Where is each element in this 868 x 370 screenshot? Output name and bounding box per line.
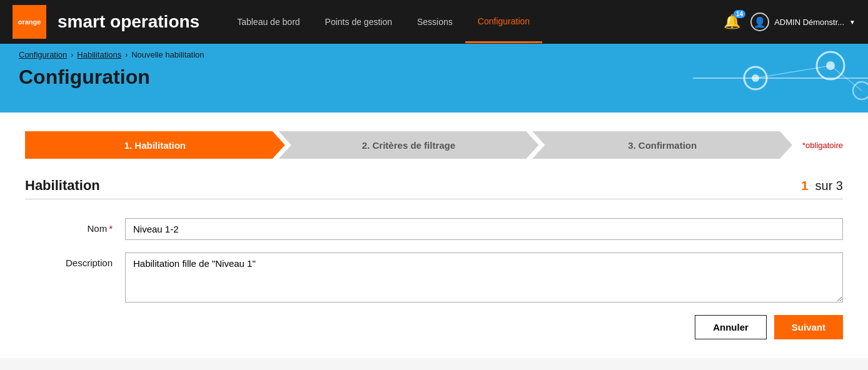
step-1-label: 1. Habilitation <box>25 131 285 159</box>
progress-text: sur 3 <box>815 179 843 192</box>
breadcrumb-habilitations[interactable]: Habilitations <box>77 50 121 59</box>
suivant-button[interactable]: Suivant <box>774 315 843 339</box>
page-header: Configuration › Habilitations › Nouvelle… <box>0 44 868 112</box>
step-3-label: 3. Confirmation <box>532 131 792 159</box>
footer-buttons: Annuler Suivant <box>25 315 843 339</box>
nav-points-de-gestion[interactable]: Points de gestion <box>313 2 405 42</box>
nav-configuration[interactable]: Configuration <box>465 1 542 43</box>
annuler-button[interactable]: Annuler <box>695 315 767 339</box>
progress-num: 1 <box>801 179 808 192</box>
nom-required-star: * <box>109 223 113 234</box>
description-label: Description <box>25 252 125 268</box>
nav-sessions[interactable]: Sessions <box>405 2 465 42</box>
nom-label: Nom* <box>25 218 125 234</box>
breadcrumb-sep-1: › <box>71 51 73 59</box>
main-content: 1. Habilitation 2. Critères de filtrage … <box>0 112 868 358</box>
step-1: 1. Habilitation <box>25 131 285 159</box>
user-menu[interactable]: 👤 ADMIN Démonstr... ▼ <box>750 12 855 31</box>
app-title: smart operations <box>58 12 199 32</box>
nom-input[interactable] <box>125 218 843 240</box>
breadcrumb: Configuration › Habilitations › Nouvelle… <box>19 50 849 59</box>
logo-text: orange <box>18 18 41 26</box>
dropdown-arrow-icon: ▼ <box>849 19 855 26</box>
breadcrumb-current: Nouvelle habilitation <box>131 50 204 59</box>
notification-badge: 14 <box>734 10 745 18</box>
logo-box: orange <box>13 5 46 39</box>
notification-icon[interactable]: 🔔 14 <box>724 14 740 30</box>
nav-right: 🔔 14 👤 ADMIN Démonstr... ▼ <box>724 12 855 31</box>
nav-links: Tableau de bord Points de gestion Sessio… <box>225 1 724 43</box>
step-2: 2. Critères de filtrage <box>279 131 539 159</box>
nav-tableau-de-bord[interactable]: Tableau de bord <box>225 2 312 42</box>
section-header: Habilitation 1 sur 3 <box>25 178 843 199</box>
step-2-label: 2. Critères de filtrage <box>279 131 539 159</box>
svg-point-5 <box>853 82 868 99</box>
description-input[interactable] <box>125 252 843 302</box>
breadcrumb-sep-2: › <box>125 51 128 59</box>
nom-row: Nom* <box>25 218 843 240</box>
description-row: Description <box>25 252 843 302</box>
user-name: ADMIN Démonstr... <box>774 18 844 27</box>
section-progress: 1 sur 3 <box>801 179 843 193</box>
obligatoire-text: *obligatoire <box>802 141 843 150</box>
page-title: Configuration <box>19 66 849 89</box>
step-3: 3. Confirmation <box>532 131 792 159</box>
habilitation-form: Nom* Description Annuler Suivant <box>25 218 843 339</box>
section-title: Habilitation <box>25 178 100 194</box>
user-avatar-icon: 👤 <box>750 12 769 31</box>
steps-wizard: 1. Habilitation 2. Critères de filtrage … <box>25 131 843 159</box>
breadcrumb-configuration[interactable]: Configuration <box>19 50 67 59</box>
top-nav: orange smart operations Tableau de bord … <box>0 0 868 44</box>
